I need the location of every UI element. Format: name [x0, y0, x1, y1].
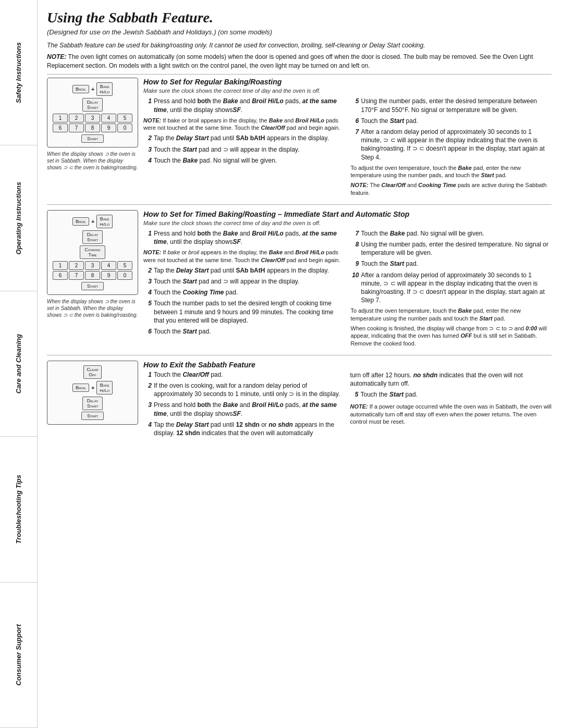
- broil-btn: Broil: [72, 85, 89, 93]
- sidebar-label-consumer: Consumer Support: [15, 624, 22, 686]
- step-2-3: 3 Touch the Start pad and ⊃ will appear …: [143, 277, 345, 286]
- bake-btn-3: BakeHi/Lo: [96, 381, 113, 394]
- note-2-2: To adjust the oven temperature, touch th…: [351, 307, 552, 322]
- sidebar-section-care: Care and Cleaning: [0, 291, 37, 437]
- main-content: Using the Sabbath Feature. (Designed for…: [38, 0, 563, 728]
- step-2-8: 8 Using the number pads, enter the desir…: [351, 240, 552, 257]
- step-2-7: 7 Touch the Bake pad. No signal will be …: [351, 229, 552, 238]
- note-2-3: When cooking is finished, the display wi…: [351, 325, 552, 347]
- sidebar-label-operating: Operating Instructions: [15, 182, 22, 254]
- section2-heading: How to Set for Timed Baking/Roasting – I…: [143, 210, 552, 218]
- section1-col-left: 1 Press and hold both the Bake and Broil…: [143, 97, 345, 199]
- page-subtitle: (Designed for use on the Jewish Sabbath …: [47, 28, 552, 36]
- step-1-4: 4 Touch the Bake pad. No signal will be …: [143, 156, 345, 165]
- cooking-time-btn: CookingTime: [80, 245, 105, 259]
- oven-diagram-1: Broil + BakeHi/Lo DelayStart 1 2 3 4 5 6…: [47, 78, 138, 147]
- step-3-1: 1 Touch the Clear/Off pad.: [143, 371, 345, 379]
- step-3-2: 2 If the oven is cooking, wait for a ran…: [143, 381, 345, 398]
- section1-col-right: 5 Using the number pads, enter the desir…: [351, 97, 552, 199]
- section3-mid: How to Exit the Sabbath Feature 1 Touch …: [143, 361, 345, 440]
- note-2-1: NOTE: If bake or broil appears in the di…: [143, 249, 345, 264]
- intro-text1: The Sabbath feature can be used for baki…: [47, 41, 552, 50]
- section-regular-baking: Broil + BakeHi/Lo DelayStart 1 2 3 4 5 6…: [47, 78, 552, 205]
- step-3-cont: turn off after 12 hours. no shdn indicat…: [350, 371, 552, 388]
- oven-diagram-2: Broil + BakeHi/Lo DelayStart CookingTime…: [47, 210, 138, 295]
- section-timed-baking: Broil + BakeHi/Lo DelayStart CookingTime…: [47, 210, 552, 355]
- section3-heading: How to Exit the Sabbath Feature: [143, 361, 345, 369]
- section2-col-right: 7 Touch the Bake pad. No signal will be …: [351, 229, 552, 350]
- clear-off-btn: ClearOff: [83, 365, 101, 379]
- oven-caption-2: When the display shows ⊃ the oven is set…: [47, 298, 138, 318]
- sidebar-section-consumer: Consumer Support: [0, 583, 37, 728]
- section2-left: Broil + BakeHi/Lo DelayStart CookingTime…: [47, 210, 138, 350]
- step-2-10: 10 After a random delay period of approx…: [351, 271, 552, 305]
- step-1-3: 3 Touch the Start pad and ⊃ will appear …: [143, 145, 345, 154]
- start-btn-3: Start: [81, 412, 104, 420]
- section3-right: turn off after 12 hours. no shdn indicat…: [350, 361, 552, 440]
- step-2-5: 5 Touch the number pads to set the desir…: [143, 299, 345, 325]
- step-3-3: 3 Press and hold both the Bake and Broil…: [143, 401, 345, 417]
- oven-diagram-3: ClearOff Broil + BakeHi/Lo DelayStart St…: [47, 361, 138, 425]
- section2-instructions: 1 Press and hold both the Bake and Broil…: [143, 229, 552, 350]
- broil-btn-3: Broil: [72, 384, 89, 392]
- step-2-2: 2 Tap the Delay Start pad until SAb bAtH…: [143, 266, 345, 275]
- page-title: Using the Sabbath Feature.: [47, 9, 552, 26]
- intro-note: The Sabbath feature can be used for baki…: [47, 41, 552, 75]
- note-1-2: To adjust the oven temperature, touch th…: [351, 164, 552, 179]
- section2-right: How to Set for Timed Baking/Roasting – I…: [143, 210, 552, 350]
- step-1-5: 5 Using the number pads, enter the desir…: [351, 97, 552, 114]
- note-1-3: NOTE: The Clear/Off and Cooking Time pad…: [351, 181, 552, 196]
- section1-instructions: 1 Press and hold both the Bake and Broil…: [143, 97, 552, 199]
- step-2-6: 6 Touch the Start pad.: [143, 327, 345, 336]
- delay-start-btn-3: DelayStart: [82, 397, 103, 410]
- bake-btn-2: BakeHi/Lo: [96, 215, 113, 228]
- step-1-2: 2 Tap the Delay Start pad until SAb bAtH…: [143, 134, 345, 142]
- sidebar: Safety Instructions Operating Instructio…: [0, 0, 38, 728]
- note-label: NOTE:: [47, 53, 66, 60]
- section1-left: Broil + BakeHi/Lo DelayStart 1 2 3 4 5 6…: [47, 78, 138, 199]
- section2-note: Make sure the clock shows the correct ti…: [143, 220, 552, 226]
- sidebar-label-care: Care and Cleaning: [15, 334, 22, 393]
- note-1-1: NOTE: If bake or broil appears in the di…: [143, 117, 345, 132]
- intro-text2: NOTE: The oven light comes on automatica…: [47, 53, 552, 70]
- sidebar-label-safety: Safety Instructions: [15, 42, 22, 103]
- step-2-1: 1 Press and hold both the Bake and Broil…: [143, 229, 345, 246]
- sidebar-section-operating: Operating Instructions: [0, 145, 37, 291]
- sidebar-section-safety: Safety Instructions: [0, 0, 37, 145]
- sidebar-section-troubleshooting: Troubleshooting Tips: [0, 437, 37, 582]
- delay-start-btn: DelayStart: [82, 98, 103, 112]
- step-3-5: 5 Touch the Start pad.: [350, 390, 552, 399]
- section2-col-left: 1 Press and hold both the Bake and Broil…: [143, 229, 345, 350]
- step-1-7: 7 After a random delay period of approxi…: [351, 128, 552, 162]
- broil-btn-2: Broil: [72, 217, 89, 226]
- start-btn: Start: [81, 134, 104, 143]
- step-2-4: 4 Touch the Cooking Time pad.: [143, 288, 345, 297]
- section3-left: ClearOff Broil + BakeHi/Lo DelayStart St…: [47, 361, 138, 440]
- step-3-4: 4 Tap the Delay Start pad until 12 shdn …: [143, 421, 345, 437]
- step-1-1: 1 Press and hold both the Bake and Broil…: [143, 97, 345, 114]
- step-2-9: 9 Touch the Start pad.: [351, 260, 552, 268]
- section1-heading: How to Set for Regular Baking/Roasting: [143, 78, 552, 86]
- start-btn-2: Start: [81, 282, 104, 290]
- numpad-2: 1 2 3 4 5 6 7 8 9 0: [53, 261, 132, 280]
- section1-right: How to Set for Regular Baking/Roasting M…: [143, 78, 552, 199]
- oven-caption-1: When the display shows ⊃ the oven is set…: [47, 151, 138, 171]
- sidebar-label-troubleshooting: Troubleshooting Tips: [15, 475, 22, 544]
- note-3-1: NOTE: If a power outage occurred while t…: [350, 403, 552, 425]
- bake-btn: BakeHi/Lo: [96, 82, 113, 96]
- delay-start-btn-2: DelayStart: [82, 230, 103, 244]
- numpad: 1 2 3 4 5 6 7 8 9 0: [53, 114, 132, 132]
- step-1-6: 6 Touch the Start pad.: [351, 117, 552, 125]
- section1-note: Make sure the clock shows the correct ti…: [143, 88, 552, 94]
- section-exit: ClearOff Broil + BakeHi/Lo DelayStart St…: [47, 361, 552, 440]
